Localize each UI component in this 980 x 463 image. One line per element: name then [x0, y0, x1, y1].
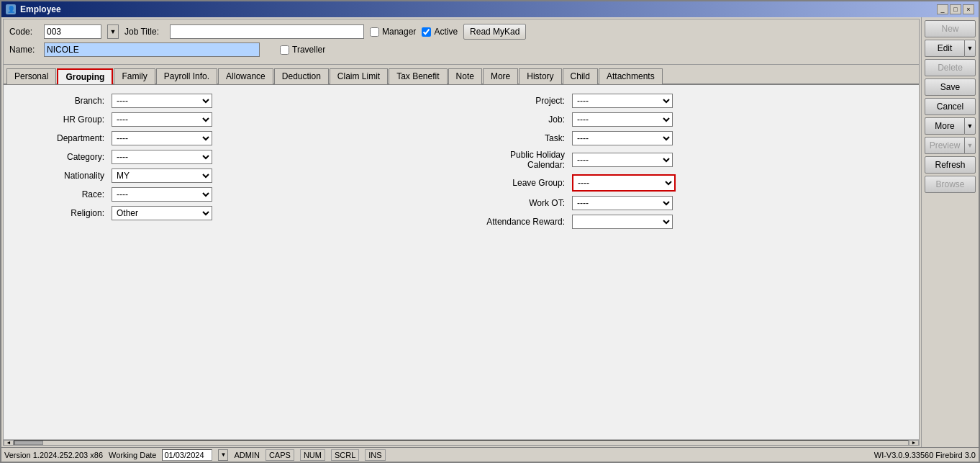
leave-group-select[interactable]: ----: [573, 176, 674, 190]
traveller-label: Traveller: [292, 45, 325, 55]
preview-button-group: Preview ▼: [925, 137, 976, 154]
leave-group-row: Leave Group: ----: [476, 174, 907, 192]
active-label: Active: [434, 27, 458, 37]
delete-button[interactable]: Delete: [925, 59, 976, 76]
code-dropdown-btn[interactable]: ▼: [107, 24, 119, 39]
tab-content-grouping: Branch: ---- HR Group: ----: [4, 85, 919, 439]
race-label: Race:: [15, 189, 109, 199]
race-select[interactable]: ----: [112, 187, 212, 202]
version-text: Version 1.2024.252.203 x86: [4, 451, 103, 459]
preview-dropdown-btn[interactable]: ▼: [964, 137, 976, 154]
category-select[interactable]: ----: [112, 150, 212, 164]
tab-deduction[interactable]: Deduction: [274, 68, 329, 84]
race-row: Race: ----: [15, 187, 447, 202]
tab-family[interactable]: Family: [114, 68, 155, 84]
tab-personal[interactable]: Personal: [6, 68, 56, 84]
more-button-group: More ▼: [925, 117, 976, 135]
department-row: Department: ----: [15, 131, 447, 145]
project-row: Project: ----: [476, 94, 907, 108]
public-holiday-label: Public Holiday Calendar:: [476, 150, 569, 170]
horizontal-scrollbar-area: ◄ ►: [4, 439, 919, 445]
work-ot-select[interactable]: ----: [572, 196, 673, 210]
active-checkbox[interactable]: [422, 27, 431, 37]
job-select[interactable]: ----: [572, 112, 673, 127]
more-button[interactable]: More: [925, 117, 964, 135]
name-input[interactable]: [44, 42, 260, 57]
tab-allowance[interactable]: Allowance: [218, 68, 273, 84]
branch-row: Branch: ----: [15, 94, 447, 108]
window-title: Employee: [20, 4, 61, 14]
job-row: Job: ----: [476, 112, 907, 127]
hr-group-label: HR Group:: [15, 114, 109, 125]
public-holiday-row: Public Holiday Calendar: ----: [476, 150, 907, 170]
public-holiday-select[interactable]: ----: [572, 153, 673, 167]
scroll-left-btn[interactable]: ◄: [4, 440, 14, 446]
leave-group-highlight: ----: [572, 174, 676, 192]
task-row: Task: ----: [476, 131, 907, 145]
traveller-group: Traveller: [280, 45, 325, 55]
browse-button[interactable]: Browse: [925, 176, 976, 193]
maximize-button[interactable]: □: [950, 4, 961, 14]
grouping-left-col: Branch: ---- HR Group: ----: [15, 94, 447, 233]
tab-claim-limit[interactable]: Claim Limit: [330, 68, 388, 84]
attendance-reward-label: Attendance Reward:: [476, 217, 569, 227]
name-label: Name:: [9, 45, 38, 55]
tab-more[interactable]: More: [483, 68, 518, 84]
close-button[interactable]: ×: [963, 4, 974, 14]
hr-group-select[interactable]: ----: [112, 112, 212, 127]
jobtitle-input[interactable]: [170, 24, 364, 39]
working-date-input[interactable]: [162, 449, 212, 461]
left-panel: Code: ▼ Job Title: Manager Active Read M…: [3, 19, 920, 446]
leave-group-label: Leave Group:: [476, 178, 569, 188]
caps-indicator: CAPS: [266, 449, 294, 461]
minimize-button[interactable]: _: [937, 4, 948, 14]
tab-child[interactable]: Child: [563, 68, 598, 84]
refresh-button[interactable]: Refresh: [925, 156, 976, 174]
scroll-right-btn[interactable]: ►: [909, 440, 919, 446]
task-label: Task:: [476, 133, 569, 143]
religion-row: Religion: Other Islam Christian Buddhist…: [15, 206, 447, 220]
working-date-label: Working Date: [109, 451, 156, 459]
code-input[interactable]: [44, 24, 101, 39]
read-mykad-button[interactable]: Read MyKad: [463, 24, 526, 40]
work-ot-row: Work OT: ----: [476, 196, 907, 210]
tabs-container: Personal Grouping Family Payroll Info. A…: [4, 65, 919, 85]
main-content: Code: ▼ Job Title: Manager Active Read M…: [1, 17, 979, 447]
more-dropdown-btn[interactable]: ▼: [964, 117, 976, 135]
tab-tax-benefit[interactable]: Tax Benefit: [389, 68, 447, 84]
save-button[interactable]: Save: [925, 78, 976, 96]
main-window: 👤 Employee _ □ × Code: ▼ Job Title:: [0, 0, 980, 463]
work-ot-label: Work OT:: [476, 198, 569, 208]
horizontal-scrollbar[interactable]: [14, 440, 909, 446]
date-dropdown-btn[interactable]: ▼: [218, 449, 228, 461]
task-select[interactable]: ----: [572, 131, 673, 145]
manager-checkbox[interactable]: [370, 27, 379, 37]
grouping-grid: Branch: ---- HR Group: ----: [15, 94, 907, 233]
preview-button[interactable]: Preview: [925, 137, 964, 154]
top-form: Code: ▼ Job Title: Manager Active Read M…: [4, 19, 919, 65]
nationality-select[interactable]: MY: [112, 168, 212, 183]
tab-grouping[interactable]: Grouping: [57, 68, 113, 84]
tab-payroll-info[interactable]: Payroll Info.: [156, 68, 217, 84]
num-indicator: NUM: [300, 449, 325, 461]
tab-note[interactable]: Note: [448, 68, 482, 84]
cancel-button[interactable]: Cancel: [925, 98, 976, 115]
branch-select[interactable]: ----: [112, 94, 212, 108]
project-select[interactable]: ----: [572, 94, 673, 108]
tab-attachments[interactable]: Attachments: [599, 68, 663, 84]
jobtitle-label: Job Title:: [124, 27, 164, 37]
attendance-reward-select[interactable]: [572, 215, 673, 229]
branch-label: Branch:: [15, 96, 109, 106]
traveller-checkbox[interactable]: [280, 45, 289, 55]
user-text: ADMIN: [234, 451, 259, 459]
new-button[interactable]: New: [925, 20, 976, 37]
edit-button[interactable]: Edit: [925, 40, 964, 57]
tab-history[interactable]: History: [519, 68, 561, 84]
department-select[interactable]: ----: [112, 131, 212, 145]
project-label: Project:: [476, 96, 569, 106]
title-bar-left: 👤 Employee: [6, 4, 61, 14]
edit-button-group: Edit ▼: [925, 40, 976, 57]
title-bar: 👤 Employee _ □ ×: [1, 1, 979, 17]
edit-dropdown-btn[interactable]: ▼: [964, 40, 976, 57]
religion-select[interactable]: Other Islam Christian Buddhist Hindu: [112, 206, 212, 220]
